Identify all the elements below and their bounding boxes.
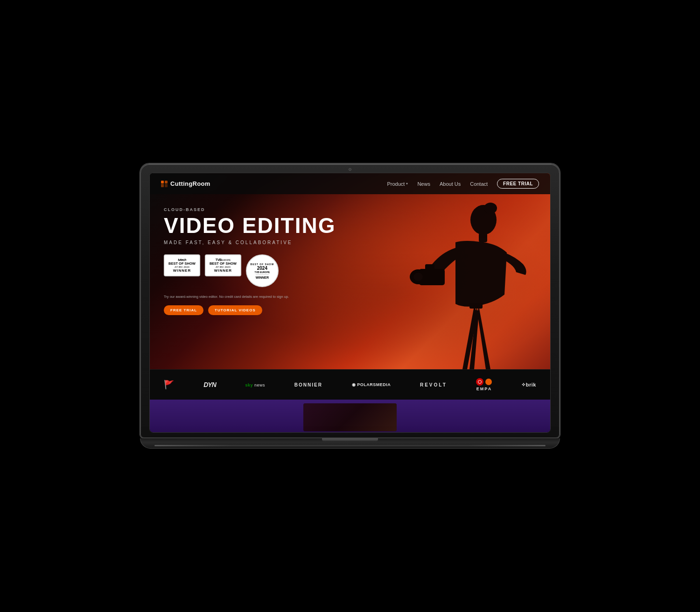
polaris-media-logo: ◉ POLARSMEDIA (352, 382, 391, 387)
circle-brand: TVB EUROPE (255, 271, 270, 274)
tutorial-videos-button[interactable]: TUTORIAL VIDEOS (208, 305, 262, 315)
logo-square-2 (165, 181, 168, 183)
laptop-body: CuttingRoom Product ▾ News About Us (140, 163, 560, 438)
hero-title: VIDEO EDITING (164, 215, 406, 236)
navbar: CuttingRoom Product ▾ News About Us (150, 173, 550, 194)
brik-logo: ✧brik (521, 382, 536, 388)
tvb2023-main: BEST OF SHOW (210, 261, 237, 266)
bonnier-logo: BONNIER (294, 382, 322, 387)
logo-square-1 (161, 181, 164, 183)
logo-square-3 (161, 184, 164, 187)
svg-rect-2 (479, 233, 487, 242)
logo-area: CuttingRoom (161, 180, 210, 187)
hero-eyebrow: CLOUD-BASED (164, 207, 406, 212)
tvtech-brand: tvtech (168, 258, 196, 261)
video-preview-inner (303, 403, 397, 431)
chevron-down-icon: ▾ (406, 182, 408, 186)
hero-subtitle: MADE FAST, EASY & COLLABORATIVE (164, 240, 406, 245)
empa-logo: EMPA (476, 378, 492, 391)
nav-product[interactable]: Product ▾ (387, 181, 408, 187)
laptop-hinge (322, 438, 378, 441)
tvtech-main: BEST OF SHOW (168, 261, 196, 266)
empa-text: EMPA (476, 387, 492, 391)
circle-winner: WINNER (256, 274, 269, 279)
screen-bezel: CuttingRoom Product ▾ News About Us (149, 173, 551, 433)
awards-row: tvtech BEST OF SHOW AT IBC 2024 WINNER T… (164, 254, 406, 287)
svg-rect-6 (425, 264, 434, 270)
logo-icon (161, 181, 168, 187)
tvb2023-winner: WINNER (210, 268, 237, 273)
flag-logo: 🚩 (164, 380, 175, 390)
partners-bar: 🚩 DYN sky news BONNIER ◉ POLARSMEDIA REV… (150, 369, 550, 400)
laptop-feet (154, 445, 546, 446)
nav-free-trial-button[interactable]: FREE TRIAL (497, 179, 539, 189)
screen-content: CuttingRoom Product ▾ News About Us (150, 173, 550, 432)
award-badge-tvb2023: TVBEUROPE BEST OF SHOW AT IBC 2023 WINNE… (205, 254, 241, 276)
logo-square-4 (165, 184, 168, 187)
nav-about[interactable]: About Us (440, 181, 461, 187)
cta-buttons: FREE TRIAL TUTORIAL VIDEOS (164, 305, 406, 315)
svg-rect-7 (469, 303, 483, 309)
hero-section: CuttingRoom Product ▾ News About Us (150, 173, 550, 369)
svg-point-1 (484, 203, 497, 214)
dyn-logo: DYN (203, 381, 216, 388)
video-preview (303, 403, 397, 431)
nav-contact[interactable]: Contact (470, 181, 488, 187)
logo-text: CuttingRoom (170, 180, 210, 187)
laptop-frame: CuttingRoom Product ▾ News About Us (140, 163, 560, 449)
tvtech-winner: WINNER (168, 268, 196, 273)
tvb2023-brand: TVBEUROPE (210, 258, 237, 261)
free-trial-button[interactable]: FREE TRIAL (164, 305, 203, 315)
revolt-logo: REVOLT (420, 382, 447, 387)
nav-news[interactable]: News (417, 181, 430, 187)
hero-content: CLOUD-BASED VIDEO EDITING MADE FAST, EAS… (150, 194, 420, 324)
trial-note: Try our award-winning video editor. No c… (164, 295, 406, 299)
award-badge-tvtech: tvtech BEST OF SHOW AT IBC 2024 WINNER (164, 254, 200, 276)
award-badge-2024: BEST OF SHOW 2024 TVB EUROPE WINNER (246, 254, 279, 287)
nav-links: Product ▾ News About Us Contact (387, 179, 539, 189)
circle-year: 2024 (257, 266, 267, 271)
bottom-section (150, 400, 550, 432)
laptop-base (140, 438, 560, 449)
webcam-notch (349, 168, 351, 171)
sky-news-logo: sky news (245, 382, 266, 387)
